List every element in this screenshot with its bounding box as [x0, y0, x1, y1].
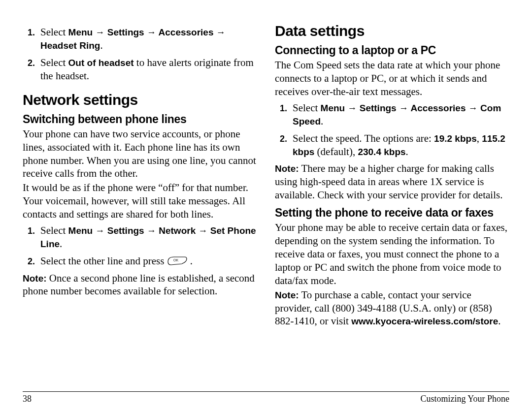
text: . — [188, 255, 193, 267]
two-columns: Select Menu → Settings → Accessories → H… — [23, 23, 509, 387]
note-label: Note: — [23, 273, 47, 284]
menu-path: Menu → Settings → Accessories → Headset … — [40, 27, 226, 51]
paragraph: Your phone may be able to receive certai… — [275, 221, 509, 287]
step-2: Select Out of headset to have alerts ori… — [23, 56, 257, 83]
paragraph: The Com Speed sets the data rate at whic… — [275, 59, 509, 98]
text: . — [321, 115, 323, 127]
note-label: Note: — [275, 290, 299, 300]
step-1: Select Menu → Settings → Network → Set P… — [23, 224, 257, 251]
note-label: Note: — [275, 163, 299, 174]
paragraph: It would be as if the phone were “off” f… — [23, 181, 257, 221]
note-body: . — [498, 315, 500, 327]
menu-path: Menu → Settings → Accessories → Com Spee… — [293, 103, 501, 127]
subheading-switching: Switching between phone lines — [23, 113, 257, 126]
text: Select — [40, 57, 68, 68]
connecting-steps: Select Menu → Settings → Accessories → C… — [275, 101, 509, 159]
intro-steps: Select Menu → Settings → Accessories → H… — [23, 26, 257, 83]
paragraph: Your phone can have two service accounts… — [23, 127, 257, 181]
page-footer: 38 Customizing Your Phone — [23, 391, 509, 404]
subheading-connecting: Connecting to a laptop or a PC — [275, 44, 509, 57]
manual-page: Select Menu → Settings → Accessories → H… — [0, 0, 532, 413]
text: Select the speed. The options are: — [293, 132, 434, 144]
text: Select — [293, 102, 321, 114]
note-body: Once a second phone line is established,… — [23, 272, 255, 297]
step-2: Select the speed. The options are: 19.2 … — [275, 132, 509, 159]
text: , — [477, 132, 482, 144]
speed-option: 19.2 kbps — [434, 133, 477, 144]
text: . — [100, 39, 102, 51]
menu-path: Menu → Settings → Network → Set Phone Li… — [40, 225, 256, 249]
ok-key-icon: OK — [167, 256, 188, 266]
note-body: There may be a higher charge for making … — [275, 162, 502, 201]
text: Select — [40, 26, 68, 38]
text: . — [406, 146, 408, 158]
section-heading-data: Data settings — [275, 23, 509, 39]
text: (default), — [314, 146, 358, 158]
step-1: Select Menu → Settings → Accessories → C… — [275, 101, 509, 128]
section-heading-network: Network settings — [23, 92, 257, 108]
left-column: Select Menu → Settings → Accessories → H… — [23, 23, 257, 387]
text: . — [60, 238, 62, 250]
svg-text:OK: OK — [173, 258, 178, 262]
note: Note: There may be a higher charge for m… — [275, 162, 509, 202]
step-1: Select Menu → Settings → Accessories → H… — [23, 26, 257, 52]
right-column: Data settings Connecting to a laptop or … — [275, 23, 509, 387]
speed-option: 230.4 kbps — [358, 147, 405, 157]
page-number: 38 — [23, 394, 32, 404]
option-name: Out of headset — [68, 58, 134, 68]
note: Note: Once a second phone line is establ… — [23, 272, 257, 298]
text: Select the other line and press — [40, 255, 167, 267]
switching-steps: Select Menu → Settings → Network → Set P… — [23, 224, 257, 268]
chapter-title: Customizing Your Phone — [420, 394, 509, 404]
step-2: Select the other line and press OK . — [23, 254, 257, 268]
url: www.kyocera-wireless.com/store — [351, 316, 498, 326]
text: Select — [40, 224, 68, 236]
subheading-receive-data: Setting the phone to receive data or fax… — [275, 207, 509, 219]
note: Note: To purchase a cable, contact your … — [275, 288, 509, 328]
